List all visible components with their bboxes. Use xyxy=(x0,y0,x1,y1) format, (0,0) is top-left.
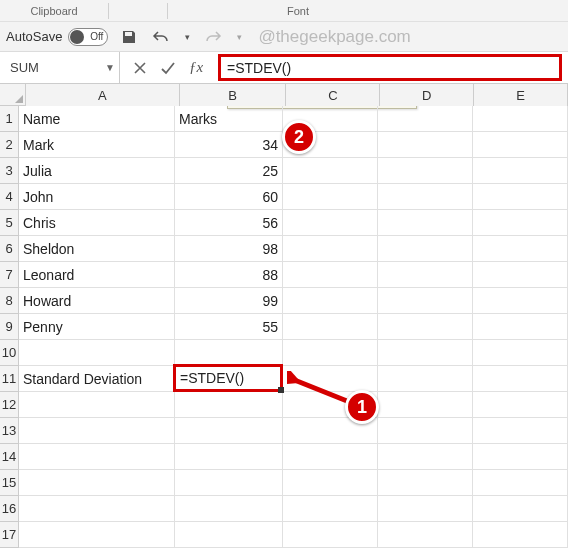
cell[interactable] xyxy=(19,418,175,444)
row-header[interactable]: 16 xyxy=(0,496,18,522)
cell[interactable] xyxy=(378,522,473,548)
cell[interactable] xyxy=(473,496,568,522)
cell[interactable] xyxy=(19,470,175,496)
cell[interactable] xyxy=(473,262,568,288)
cell[interactable] xyxy=(473,236,568,262)
cell[interactable] xyxy=(175,392,283,418)
cell[interactable] xyxy=(175,340,283,366)
cell[interactable] xyxy=(19,392,175,418)
cell[interactable] xyxy=(473,158,568,184)
row-header[interactable]: 13 xyxy=(0,418,18,444)
cell[interactable]: Marks xyxy=(175,106,283,132)
column-header-B[interactable]: B xyxy=(180,84,287,106)
cell[interactable] xyxy=(378,496,473,522)
row-header[interactable]: 2 xyxy=(0,132,18,158)
row-header[interactable]: 1 xyxy=(0,106,18,132)
cell[interactable] xyxy=(283,522,378,548)
row-header[interactable]: 3 xyxy=(0,158,18,184)
cell[interactable]: 99 xyxy=(175,288,283,314)
cell[interactable]: Mark xyxy=(19,132,175,158)
cell[interactable] xyxy=(378,366,473,392)
cell[interactable] xyxy=(378,418,473,444)
cell[interactable] xyxy=(378,314,473,340)
autosave-toggle[interactable]: AutoSave Off xyxy=(6,28,108,46)
cell[interactable] xyxy=(378,210,473,236)
row-header[interactable]: 14 xyxy=(0,444,18,470)
cell[interactable] xyxy=(473,106,568,132)
cell[interactable] xyxy=(378,392,473,418)
cell[interactable]: Howard xyxy=(19,288,175,314)
cell[interactable] xyxy=(473,288,568,314)
cell[interactable] xyxy=(473,340,568,366)
select-all-corner[interactable] xyxy=(0,84,26,106)
cell[interactable] xyxy=(175,418,283,444)
row-header[interactable]: 9 xyxy=(0,314,18,340)
autosave-switch[interactable]: Off xyxy=(68,28,108,46)
cell[interactable] xyxy=(283,314,378,340)
cell[interactable] xyxy=(378,184,473,210)
cell[interactable] xyxy=(19,522,175,548)
cell[interactable] xyxy=(473,392,568,418)
row-header[interactable]: 12 xyxy=(0,392,18,418)
row-header[interactable]: 5 xyxy=(0,210,18,236)
row-header[interactable]: 17 xyxy=(0,522,18,548)
cell[interactable]: Chris xyxy=(19,210,175,236)
row-header[interactable]: 11 xyxy=(0,366,18,392)
name-box[interactable]: SUM ▼ xyxy=(0,52,120,83)
cell[interactable] xyxy=(473,418,568,444)
column-header-D[interactable]: D xyxy=(380,84,474,106)
cell[interactable] xyxy=(19,496,175,522)
cell[interactable] xyxy=(19,340,175,366)
cell[interactable] xyxy=(378,158,473,184)
cell[interactable]: 55 xyxy=(175,314,283,340)
cell[interactable]: 60 xyxy=(175,184,283,210)
row-header[interactable]: 4 xyxy=(0,184,18,210)
row-header[interactable]: 7 xyxy=(0,262,18,288)
cell[interactable]: Sheldon xyxy=(19,236,175,262)
cell[interactable]: John xyxy=(19,184,175,210)
cell[interactable]: Name xyxy=(19,106,175,132)
cell[interactable]: 34 xyxy=(175,132,283,158)
cancel-formula-button[interactable] xyxy=(128,56,152,80)
cell[interactable] xyxy=(378,132,473,158)
cell[interactable] xyxy=(473,132,568,158)
spreadsheet-grid[interactable]: A B C D E 1 2 3 4 5 6 7 8 9 10 11 12 13 … xyxy=(0,84,568,553)
cell[interactable] xyxy=(473,314,568,340)
formula-input[interactable]: =STDEV() STDEV(number1, [number2], ...) xyxy=(218,54,562,81)
cell[interactable] xyxy=(283,496,378,522)
cell[interactable] xyxy=(283,236,378,262)
cell[interactable] xyxy=(283,184,378,210)
redo-button[interactable] xyxy=(202,26,224,48)
cell[interactable]: Julia xyxy=(19,158,175,184)
active-cell[interactable]: =STDEV() xyxy=(173,364,283,392)
column-header-E[interactable]: E xyxy=(474,84,568,106)
cell[interactable] xyxy=(175,444,283,470)
cell[interactable] xyxy=(283,444,378,470)
cell[interactable] xyxy=(283,262,378,288)
row-header[interactable]: 6 xyxy=(0,236,18,262)
cells-area[interactable]: NameMarks Mark34 Julia25 John60 Chris56 … xyxy=(19,106,568,548)
cell[interactable] xyxy=(378,444,473,470)
redo-dropdown-icon[interactable]: ▾ xyxy=(234,26,244,48)
cell[interactable] xyxy=(175,522,283,548)
column-header-A[interactable]: A xyxy=(26,84,180,106)
undo-dropdown-icon[interactable]: ▾ xyxy=(182,26,192,48)
cell[interactable]: Penny xyxy=(19,314,175,340)
cell[interactable] xyxy=(473,444,568,470)
cell[interactable] xyxy=(175,496,283,522)
cell[interactable] xyxy=(473,210,568,236)
save-icon[interactable] xyxy=(118,26,140,48)
undo-button[interactable] xyxy=(150,26,172,48)
cell[interactable]: 88 xyxy=(175,262,283,288)
cell[interactable] xyxy=(473,522,568,548)
cell[interactable] xyxy=(378,340,473,366)
chevron-down-icon[interactable]: ▼ xyxy=(105,62,115,73)
cell[interactable]: Standard Deviation xyxy=(19,366,175,392)
cell[interactable] xyxy=(378,470,473,496)
column-header-C[interactable]: C xyxy=(286,84,380,106)
row-header[interactable]: 15 xyxy=(0,470,18,496)
cell[interactable] xyxy=(473,184,568,210)
row-header[interactable]: 8 xyxy=(0,288,18,314)
cell[interactable] xyxy=(283,470,378,496)
enter-formula-button[interactable] xyxy=(156,56,180,80)
